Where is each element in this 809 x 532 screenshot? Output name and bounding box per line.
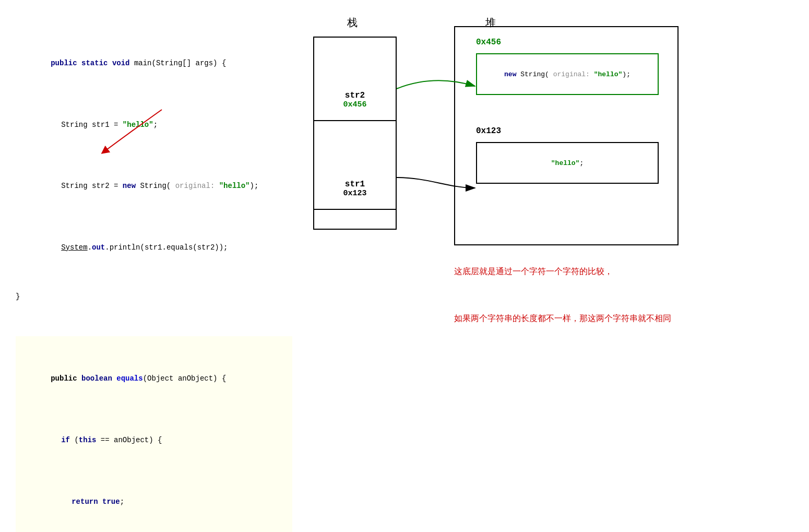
main-method-block: public static void main(String[] args) {… bbox=[16, 21, 292, 327]
hello-content: "hello"; bbox=[477, 143, 658, 183]
chinese-text2: 如果两个字符串的长度都不一样，那这两个字符串就不相同 bbox=[454, 313, 671, 324]
kw-public2: public bbox=[51, 374, 77, 383]
kw-this: this bbox=[79, 436, 97, 444]
return-true1: return true; bbox=[16, 483, 292, 521]
kw-public: public bbox=[51, 59, 77, 67]
stack-box: str2 0x456 str1 0x123 bbox=[313, 37, 397, 230]
str1-cell: str1 0x123 bbox=[314, 168, 396, 210]
equals-method-block: public boolean equals(Object anObject) {… bbox=[16, 336, 292, 532]
code-line-4: System.out.println(str1.equals(str2)); bbox=[16, 229, 292, 266]
hint-original: original: bbox=[171, 182, 215, 190]
str1-label: str1 bbox=[345, 180, 365, 189]
heap-addr-0x456: 0x456 bbox=[476, 38, 501, 47]
str2-label: str2 bbox=[345, 91, 365, 100]
new-kw: new bbox=[504, 70, 516, 78]
kw-true1: true bbox=[102, 498, 120, 506]
code-line-5: } bbox=[16, 291, 292, 303]
heap-box: 0x456 new String( original: "hello"); 0x… bbox=[454, 26, 679, 245]
str1-addr: 0x123 bbox=[343, 189, 366, 198]
out-keyword: out bbox=[92, 243, 105, 252]
str2-cell: str2 0x456 bbox=[314, 79, 396, 121]
str2-addr: 0x456 bbox=[343, 100, 366, 109]
str-hello2: "hello" bbox=[219, 182, 250, 190]
diagram-panel: 栈 堆 str2 0x456 str1 0x123 0x456 new Stri… bbox=[303, 10, 809, 532]
main-container: public static void main(String[] args) {… bbox=[0, 0, 809, 532]
system-out: System bbox=[61, 243, 87, 252]
kw-void: void bbox=[112, 59, 130, 67]
kw-static: static bbox=[81, 59, 108, 67]
kw-boolean: boolean bbox=[81, 374, 112, 383]
stack-label: 栈 bbox=[347, 16, 358, 30]
code-panel: public static void main(String[] args) {… bbox=[0, 10, 303, 532]
code-line-2: String str1 = "hello"; bbox=[16, 107, 292, 144]
chinese-text1: 这底层就是通过一个字符一个字符的比较， bbox=[454, 266, 613, 277]
hello-box: "hello"; bbox=[476, 142, 659, 184]
new-string-content: new String( original: "hello"); bbox=[477, 54, 658, 94]
heap-addr-0x123: 0x123 bbox=[476, 126, 501, 136]
equals-name: equals bbox=[116, 374, 142, 383]
equals-signature: public boolean equals(Object anObject) { bbox=[16, 361, 292, 398]
code-line-3: String str2 = new String( original: "hel… bbox=[16, 168, 292, 205]
if-this-line: if (this == anObject) { bbox=[16, 422, 292, 459]
code-line-1: public static void main(String[] args) { bbox=[16, 45, 292, 82]
str-hello1: "hello" bbox=[123, 121, 153, 129]
kw-if1: if bbox=[61, 436, 70, 444]
kw-new: new bbox=[123, 182, 136, 190]
kw-return1: return bbox=[72, 498, 98, 506]
new-string-box: new String( original: "hello"); bbox=[476, 53, 659, 95]
